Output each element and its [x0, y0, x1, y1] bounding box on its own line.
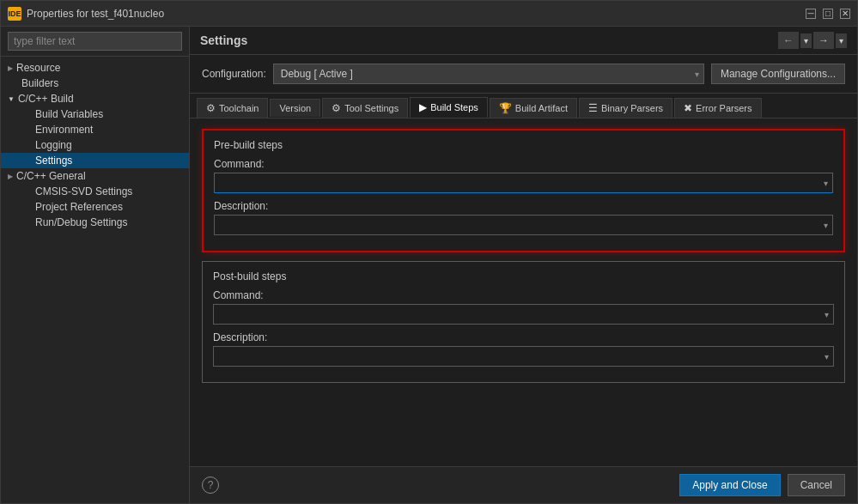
maximize-button[interactable]: □: [823, 9, 833, 19]
tabs-bar: ⚙ Toolchain Version ⚙ Tool Settings ▶ Bu…: [190, 94, 857, 118]
close-button[interactable]: ✕: [840, 9, 850, 19]
pre-build-legend: Pre-build steps: [214, 139, 833, 151]
post-build-command-label: Command:: [213, 289, 834, 301]
pre-build-description-wrap: ▾: [214, 215, 833, 235]
cancel-button[interactable]: Cancel: [788, 474, 845, 496]
tab-binary-parsers[interactable]: ☰ Binary Parsers: [579, 98, 672, 118]
tab-build-steps[interactable]: ▶ Build Steps: [410, 97, 488, 118]
build-steps-icon: ▶: [419, 101, 427, 113]
tab-version[interactable]: Version: [270, 99, 320, 117]
sidebar-item-cpp-general[interactable]: ▶ C/C++ General: [1, 168, 189, 184]
post-build-command-wrap: ▾: [213, 304, 834, 325]
tool-settings-icon: ⚙: [332, 102, 341, 114]
bottom-buttons: Apply and Close Cancel: [679, 474, 845, 496]
toolchain-icon: ⚙: [206, 102, 216, 114]
pre-build-description-label: Description:: [214, 200, 833, 212]
forward-button[interactable]: →: [813, 32, 834, 49]
post-build-description-wrap: ▾: [213, 346, 834, 367]
window-controls: ─ □ ✕: [806, 9, 850, 19]
post-build-description-label: Description:: [213, 331, 834, 343]
nav-arrows: ← ▾ → ▾: [778, 32, 847, 49]
help-button[interactable]: ?: [202, 477, 219, 494]
sidebar-item-build-variables[interactable]: Build Variables: [1, 106, 189, 122]
config-row: Configuration: Debug [ Active ] ▾ Manage…: [190, 55, 857, 94]
pre-build-description-row: Description: ▾: [214, 200, 833, 235]
sidebar-item-environment[interactable]: Environment: [1, 122, 189, 137]
sidebar-item-resource[interactable]: ▶ Resource: [1, 60, 189, 76]
build-content: Pre-build steps Command: ▾ Description: …: [190, 118, 857, 466]
manage-configurations-button[interactable]: Manage Configurations...: [711, 64, 845, 84]
pre-build-section: Pre-build steps Command: ▾ Description: …: [202, 129, 845, 252]
build-artifact-icon: 🏆: [499, 102, 512, 114]
sidebar: ▶ Resource Builders ▼ C/C++ Build Build …: [1, 27, 190, 503]
apply-close-button[interactable]: Apply and Close: [679, 474, 780, 496]
title-bar: IDE Properties for test_f401nucleo ─ □ ✕: [1, 1, 857, 27]
filter-wrap: [1, 27, 189, 57]
arrow-icon: ▼: [8, 95, 15, 103]
config-select[interactable]: Debug [ Active ]: [273, 64, 704, 84]
binary-parsers-icon: ☰: [588, 102, 598, 114]
panel-title: Settings: [200, 33, 247, 47]
sidebar-item-logging[interactable]: Logging: [1, 137, 189, 153]
app-icon: IDE: [8, 7, 21, 21]
main-window: IDE Properties for test_f401nucleo ─ □ ✕…: [0, 0, 858, 504]
bottom-bar: ? Apply and Close Cancel: [190, 466, 857, 503]
post-build-description-row: Description: ▾: [213, 331, 834, 367]
back-dropdown-button[interactable]: ▾: [800, 33, 812, 48]
back-button[interactable]: ←: [778, 32, 799, 49]
config-label: Configuration:: [202, 68, 266, 80]
forward-dropdown-button[interactable]: ▾: [836, 33, 847, 48]
right-panel: Settings ← ▾ → ▾ Configuration: Debug [ …: [190, 27, 857, 503]
sidebar-tree: ▶ Resource Builders ▼ C/C++ Build Build …: [1, 57, 189, 503]
pre-build-command-input[interactable]: [214, 173, 833, 193]
arrow-icon: ▶: [8, 64, 13, 72]
pre-build-command-label: Command:: [214, 158, 833, 170]
post-build-section: Post-build steps Command: ▾ Description:…: [202, 261, 845, 383]
sidebar-item-settings[interactable]: Settings: [1, 153, 189, 168]
tab-tool-settings[interactable]: ⚙ Tool Settings: [322, 98, 408, 118]
tab-error-parsers[interactable]: ✖ Error Parsers: [674, 98, 761, 118]
post-build-description-input[interactable]: [213, 346, 834, 367]
sidebar-item-cpp-build[interactable]: ▼ C/C++ Build: [1, 91, 189, 106]
pre-build-description-input[interactable]: [214, 215, 833, 235]
tab-build-artifact[interactable]: 🏆 Build Artifact: [490, 98, 577, 118]
pre-build-command-row: Command: ▾: [214, 158, 833, 193]
config-select-wrap: Debug [ Active ] ▾: [273, 64, 704, 84]
sidebar-item-project-refs[interactable]: Project References: [1, 199, 189, 215]
minimize-button[interactable]: ─: [806, 9, 816, 19]
post-build-legend: Post-build steps: [213, 270, 834, 282]
sidebar-item-builders[interactable]: Builders: [1, 76, 189, 91]
main-content: ▶ Resource Builders ▼ C/C++ Build Build …: [1, 27, 857, 503]
sidebar-item-run-debug[interactable]: Run/Debug Settings: [1, 215, 189, 230]
arrow-icon: ▶: [8, 173, 13, 180]
post-build-command-input[interactable]: [213, 304, 834, 325]
pre-build-command-wrap: ▾: [214, 173, 833, 193]
tab-toolchain[interactable]: ⚙ Toolchain: [197, 98, 268, 118]
window-title: Properties for test_f401nucleo: [27, 8, 806, 20]
error-parsers-icon: ✖: [684, 102, 692, 114]
panel-header: Settings ← ▾ → ▾: [190, 27, 857, 55]
sidebar-item-cmsis-svd[interactable]: CMSIS-SVD Settings: [1, 184, 189, 199]
filter-input[interactable]: [8, 32, 182, 51]
post-build-command-row: Command: ▾: [213, 289, 834, 325]
